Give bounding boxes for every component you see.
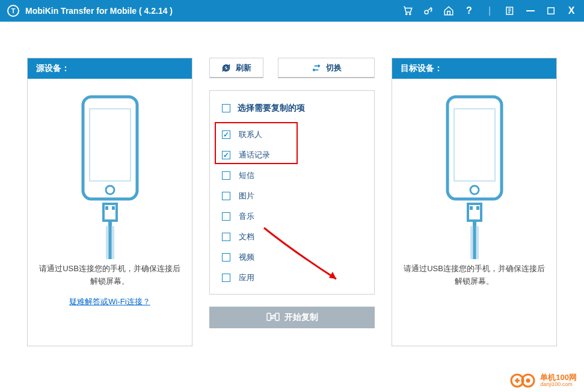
svg-rect-15 [275,313,279,320]
refresh-label: 刷新 [236,63,251,73]
svg-rect-14 [267,313,271,320]
source-panel-header: 源设备： [28,58,192,79]
svg-rect-5 [83,97,137,199]
target-device-panel: 目标设备： 请通过USB连接您的手机，并确保连接后解锁屏幕。 [392,58,557,346]
maximize-button[interactable] [546,5,556,16]
item-row[interactable]: 视频 [222,247,374,268]
svg-rect-4 [548,8,555,14]
home-icon[interactable] [443,5,454,16]
item-row[interactable]: 联系人 [222,124,374,145]
item-row[interactable]: 短信 [222,165,374,186]
close-button[interactable]: X [566,5,577,16]
refresh-icon [221,63,231,73]
main-area: 源设备： 请通过USB连接您的手机，并确保连接后解锁屏幕。 疑难解答或Wi-Fi… [0,22,584,370]
item-row[interactable]: 通话记录 [222,145,374,165]
item-row[interactable]: 文档 [222,227,374,247]
app-logo-icon: T [7,5,19,17]
watermark: 单机100网 danji100.com [510,372,577,390]
separator-icon: | [484,5,495,16]
watermark-text-1: 单机100网 [540,373,577,382]
item-checkbox[interactable] [222,171,230,180]
key-icon[interactable] [423,5,434,16]
transfer-icon [266,312,280,323]
feedback-icon[interactable] [505,5,515,16]
app-title: MobiKin Transfer for Mobile ( 4.2.14 ) [25,6,402,16]
select-all-label: 选择需要复制的项 [238,103,305,114]
start-copy-label: 开始复制 [284,312,318,323]
target-panel-header: 目标设备： [392,58,556,79]
svg-point-7 [106,186,114,194]
target-instruction-text: 请通过USB连接您的手机，并确保连接后解锁屏幕。 [403,263,546,288]
select-all-row[interactable]: 选择需要复制的项 [222,103,374,114]
source-instruction-text: 请通过USB连接您的手机，并确保连接后解锁屏幕。 [38,263,181,288]
item-label: 图片 [239,191,254,201]
svg-rect-17 [454,109,495,181]
title-actions: ? | X [402,5,577,16]
refresh-button[interactable]: 刷新 [209,58,263,78]
help-link[interactable]: 疑难解答或Wi-Fi连接？ [69,296,150,307]
title-bar: T MobiKin Transfer for Mobile ( 4.2.14 )… [0,0,584,22]
item-label: 应用 [239,272,254,283]
svg-rect-9 [105,206,108,210]
watermark-logo-icon [510,372,536,390]
svg-rect-10 [112,206,115,210]
switch-label: 切换 [326,63,342,73]
switch-icon [312,63,321,73]
svg-point-29 [526,379,530,383]
start-copy-button[interactable]: 开始复制 [209,307,375,328]
svg-rect-21 [476,206,479,210]
phone-illustration-icon [62,91,158,259]
svg-point-0 [406,13,407,14]
svg-point-2 [425,10,428,14]
switch-button[interactable]: 切换 [278,58,375,78]
item-row[interactable]: 音乐 [222,206,374,227]
phone-illustration-icon [426,91,523,259]
svg-rect-16 [447,97,502,199]
item-checkbox[interactable] [222,274,230,282]
item-label: 短信 [239,170,254,181]
source-device-panel: 源设备： 请通过USB连接您的手机，并确保连接后解锁屏幕。 疑难解答或Wi-Fi… [27,58,192,346]
items-panel: 选择需要复制的项 联系人通话记录短信图片音乐文档视频应用 [209,90,375,295]
cart-icon[interactable] [402,5,413,16]
help-icon[interactable]: ? [464,5,475,16]
item-checkbox[interactable] [222,192,230,200]
item-checkbox[interactable] [222,130,230,139]
select-all-checkbox[interactable] [222,104,230,112]
item-checkbox[interactable] [222,233,230,241]
item-checkbox[interactable] [222,212,230,221]
center-column: 刷新 切换 选择需要复制的项 联系人通话记录短信图片音乐文档视频应用 [209,58,375,328]
item-label: 视频 [239,252,254,263]
item-row[interactable]: 应用 [222,268,374,288]
minimize-button[interactable] [525,5,536,16]
svg-rect-6 [90,109,131,181]
watermark-text-2: danji100.com [540,382,577,388]
item-label: 联系人 [239,129,262,140]
item-label: 文档 [239,231,254,242]
item-label: 通话记录 [239,150,270,161]
svg-rect-20 [470,206,473,210]
svg-point-1 [410,13,411,14]
svg-point-18 [470,186,479,194]
item-checkbox[interactable] [222,253,230,262]
item-row[interactable]: 图片 [222,186,374,206]
item-label: 音乐 [239,211,254,222]
item-checkbox[interactable] [222,151,230,159]
